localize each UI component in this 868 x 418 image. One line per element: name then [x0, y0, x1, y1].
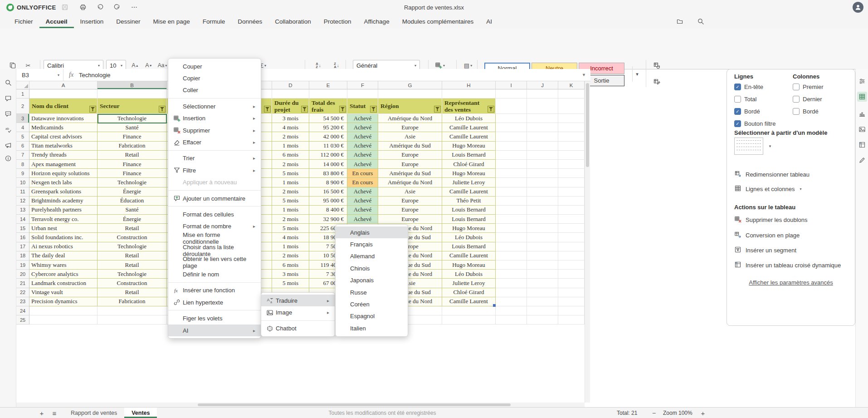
cell-I2[interactable]	[496, 98, 527, 114]
cell-F10[interactable]: En cours	[347, 178, 378, 187]
sheet-tab-ventes[interactable]: Ventes	[124, 408, 157, 418]
header-filter-button-A[interactable]	[89, 106, 96, 113]
cell-A7[interactable]: Trendy threads	[29, 151, 98, 160]
context-menu-item-filtre[interactable]: Filtre▸	[168, 164, 261, 176]
cell-K6[interactable]	[558, 142, 585, 151]
cell-A15[interactable]: Urban nest	[29, 224, 98, 233]
cell-J4[interactable]	[527, 123, 558, 132]
cell-G4[interactable]: Europe	[378, 123, 442, 132]
row-header-1[interactable]: 1	[16, 89, 29, 98]
checkbox-borde[interactable]: ✓	[734, 108, 741, 115]
cell-H22[interactable]: Chloé Girard	[442, 288, 496, 297]
cell-K5[interactable]	[558, 132, 585, 141]
cell-K22[interactable]	[558, 288, 585, 297]
cell-B9[interactable]: Finance	[98, 169, 167, 178]
cell-B22[interactable]: Retail	[98, 288, 167, 297]
cell-E9[interactable]: 83 800 €	[309, 169, 347, 178]
ai-menu-item-chatbot[interactable]: Chatbot	[261, 323, 335, 334]
context-menu-item-mise-en-forme-conditionnelle[interactable]: Mise en forme conditionnelle	[168, 232, 261, 244]
sheet-tab-rapport-de-ventes[interactable]: Rapport de ventes	[63, 408, 124, 418]
cell-I5[interactable]	[496, 132, 527, 141]
cell-I18[interactable]	[496, 251, 527, 261]
cell-D9[interactable]: 5 mois	[272, 169, 309, 178]
cell-A13[interactable]: Purelyhealth partners	[29, 206, 98, 215]
cell-A10[interactable]: Nexgen tech labs	[29, 178, 98, 187]
row-header-10[interactable]: 10	[16, 178, 29, 187]
zoom-out-button[interactable]: −	[649, 408, 658, 418]
tab-insertion[interactable]: Insertion	[74, 15, 110, 28]
ai-menu-item-image[interactable]: Image▸	[261, 306, 335, 318]
cell-K7[interactable]	[558, 151, 585, 160]
cell-A17[interactable]: Ai nexus robotics	[29, 242, 98, 251]
cell-I16[interactable]	[496, 233, 527, 242]
search-icon[interactable]	[3, 77, 14, 88]
cell-H12[interactable]: Théo Petit	[442, 197, 496, 206]
image-settings-icon[interactable]	[857, 124, 867, 134]
cell-I8[interactable]	[496, 160, 527, 169]
cell-A19[interactable]: Whimsy wares	[29, 261, 98, 270]
cell-J10[interactable]	[527, 178, 558, 187]
header-filter-button-G[interactable]	[434, 106, 441, 113]
cell-J14[interactable]	[527, 215, 558, 224]
cell-K11[interactable]	[558, 187, 585, 197]
cell-B15[interactable]: Retail	[98, 224, 167, 233]
tab-affichage[interactable]: Affichage	[358, 15, 396, 28]
cell-J13[interactable]	[527, 206, 558, 215]
language-item-espagnol[interactable]: Espagnol	[336, 310, 408, 322]
row-header-7[interactable]: 7	[16, 151, 29, 160]
language-item-russe[interactable]: Russe	[336, 286, 408, 298]
header-filter-button-C[interactable]	[264, 106, 271, 113]
cell-I21[interactable]	[496, 279, 527, 288]
vertical-scrollbar-thumb[interactable]	[586, 83, 589, 167]
cell-D10[interactable]: 1 mois	[272, 178, 309, 187]
cell-E10[interactable]: 8 900 €	[309, 178, 347, 187]
context-menu-item-choisir-dans-la-liste-deroulante[interactable]: Choisir dans la liste déroulante	[168, 244, 261, 256]
cell-J18[interactable]	[527, 251, 558, 261]
cell-B18[interactable]: Retail	[98, 251, 167, 261]
language-item-allemand[interactable]: Allemand	[336, 251, 408, 262]
option-borde-columns[interactable]: Bordé	[793, 108, 819, 115]
ai-menu-item-traduire[interactable]: AaTraduire▸	[261, 295, 335, 306]
cell-A12[interactable]: Brightminds academy	[29, 197, 98, 206]
insert-function-icon[interactable]: fx	[63, 71, 79, 79]
tab-dessiner[interactable]: Dessiner	[110, 15, 146, 28]
cell-F13[interactable]: Achevé	[347, 206, 378, 215]
more-icon[interactable]	[128, 1, 140, 13]
checkbox-bouton-filtre[interactable]: ✓	[734, 120, 741, 127]
cell-K2[interactable]	[558, 98, 585, 114]
cell-G7[interactable]: Europe	[378, 151, 442, 160]
cell-I15[interactable]	[496, 224, 527, 233]
cell-F9[interactable]: En cours	[347, 169, 378, 178]
cell-A2[interactable]: Nom du client	[29, 98, 98, 114]
context-menu-item-ajouter-un-commentaire[interactable]: Ajouter un commentaire	[168, 192, 261, 204]
cell-F7[interactable]: Achevé	[347, 151, 378, 160]
cell-D3[interactable]: 3 mois	[272, 114, 309, 123]
cell-H23[interactable]: Camille Laurent	[442, 297, 496, 306]
cell-H16[interactable]: Léo Dubois	[442, 233, 496, 242]
cell-B8[interactable]: Finance	[98, 160, 167, 169]
tab-fichier[interactable]: Fichier	[8, 15, 39, 28]
cell-I1[interactable]	[496, 89, 527, 98]
user-avatar[interactable]	[853, 2, 863, 13]
cell-J19[interactable]	[527, 261, 558, 270]
table-template-preview[interactable]	[734, 138, 763, 155]
comments-icon[interactable]	[3, 93, 14, 104]
language-item-italien[interactable]: Italien	[336, 322, 408, 334]
cell-A18[interactable]: The daily deal	[29, 251, 98, 261]
cell-A5[interactable]: Capital crest advisors	[29, 132, 98, 141]
supprimer-les-doublons-button[interactable]: Supprimer les doublons	[734, 216, 848, 224]
cell-B4[interactable]: Santé	[98, 123, 167, 132]
print-icon[interactable]	[77, 1, 89, 13]
cell-K23[interactable]	[558, 297, 585, 306]
cell-B24[interactable]	[98, 306, 167, 315]
cell-D1[interactable]	[272, 89, 309, 98]
cell-J6[interactable]	[527, 142, 558, 151]
option-en-tete-rows[interactable]: ✓En-tête	[734, 83, 763, 90]
cell-D16[interactable]: 4 mois	[272, 233, 309, 242]
cell-J15[interactable]	[527, 224, 558, 233]
horizontal-scrollbar[interactable]	[16, 403, 585, 407]
cell-B21[interactable]: Construction	[98, 279, 167, 288]
cell-F6[interactable]: Achevé	[347, 142, 378, 151]
cell-G10[interactable]: Amérique du Nord	[378, 178, 442, 187]
formula-input[interactable]: Technologie	[79, 72, 110, 79]
